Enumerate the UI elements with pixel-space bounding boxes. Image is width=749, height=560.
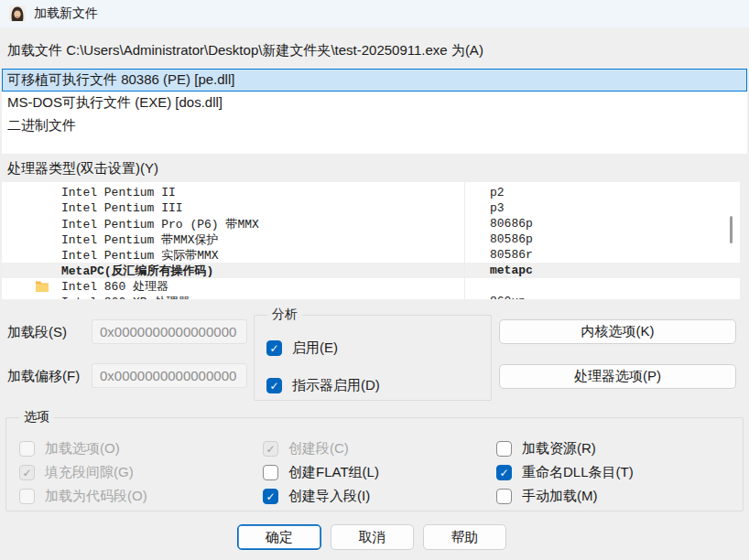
analysis-group: 分析 启用(E) 指示器启用(D) <box>254 315 492 401</box>
checkbox-label: 加载资源(R) <box>522 440 596 458</box>
processor-name: Intel Pentium II <box>2 186 176 199</box>
processor-row[interactable]: Intel Pentium Pro (P6) 带MMX 80686p <box>2 216 740 232</box>
checkbox-loading-options: 加载选项(O) <box>19 440 120 458</box>
processor-id: 80586r <box>490 248 533 262</box>
checkbox-box <box>263 441 278 457</box>
ok-button[interactable]: 确定 <box>237 524 321 550</box>
checkbox-create-import-segment[interactable]: 创建导入段(I) <box>263 488 370 505</box>
checkbox-box <box>496 441 512 457</box>
checkbox-indicator-enabled[interactable]: 指示器启用(D) <box>266 377 380 394</box>
processor-row[interactable]: Intel 860 处理器 <box>2 278 740 294</box>
load-file-prompt: 加载文件 C:\Users\Administrator\Desktop\新建文件… <box>7 42 483 59</box>
checkbox-box <box>263 465 278 480</box>
processor-name: Intel Pentium III <box>2 201 183 215</box>
checkbox-load-resources[interactable]: 加载资源(R) <box>496 440 596 458</box>
processor-list-scrollbar[interactable] <box>730 216 733 243</box>
processor-id: p3 <box>490 201 505 215</box>
checkbox-box <box>266 340 282 356</box>
checkbox-label: 启用(E) <box>292 339 338 357</box>
checkbox-box <box>266 378 282 393</box>
checkbox-fill-segment-gaps: 填充段间隙(G) <box>19 464 134 481</box>
checkbox-box <box>19 489 35 504</box>
processor-name: Intel Pentium 带MMX保护 <box>2 232 219 248</box>
load-segment-input <box>92 319 247 344</box>
folder-icon <box>35 280 49 292</box>
checkbox-label: 加载为代码段(O) <box>45 488 147 505</box>
processor-row[interactable]: Intel Pentium 实际带MMX 80586r <box>2 247 740 263</box>
file-type-option-msdos[interactable]: MS-DOS可执行文件 (EXE) [dos.dll] <box>2 92 747 114</box>
checkbox-load-as-code-segment: 加载为代码段(O) <box>19 488 147 505</box>
processor-id: p2 <box>490 186 505 199</box>
checkbox-label: 指示器启用(D) <box>292 377 380 394</box>
processor-id: 80586p <box>490 232 533 246</box>
processor-id: 80686p <box>490 217 533 231</box>
file-type-listbox[interactable]: 可移植可执行文件 80386 (PE) [pe.dll] MS-DOS可执行文件… <box>2 69 747 154</box>
checkbox-create-flat-group[interactable]: 创建FLAT组(L) <box>263 464 379 481</box>
processor-type-label: 处理器类型(双击设置)(Y) <box>7 160 158 178</box>
checkbox-box <box>496 465 512 480</box>
checkbox-box <box>19 441 35 457</box>
checkbox-manual-load[interactable]: 手动加载(M) <box>496 488 598 505</box>
checkbox-box <box>263 489 278 504</box>
options-group-legend: 选项 <box>19 409 54 425</box>
load-offset-input <box>92 363 247 388</box>
file-type-option-pe[interactable]: 可移植可执行文件 80386 (PE) [pe.dll] <box>2 69 747 92</box>
column-divider <box>464 182 465 299</box>
checkbox-label: 填充段间隙(G) <box>45 464 134 481</box>
processor-id: 860xp <box>490 295 526 299</box>
checkbox-analysis-enabled[interactable]: 启用(E) <box>266 339 338 357</box>
checkbox-label: 创建段(C) <box>288 440 349 458</box>
processor-name: Intel Pentium Pro (P6) 带MMX <box>2 216 259 232</box>
kernel-options-button[interactable]: 内核选项(K) <box>499 319 736 344</box>
checkbox-label: 创建FLAT组(L) <box>288 464 379 481</box>
checkbox-label: 加载选项(O) <box>45 440 120 458</box>
analysis-group-legend: 分析 <box>267 307 302 323</box>
window-title: 加载新文件 <box>34 5 98 22</box>
checkbox-label: 手动加载(M) <box>522 488 598 505</box>
checkbox-box <box>19 465 35 480</box>
checkbox-rename-dll-entries[interactable]: 重命名DLL条目(T) <box>496 464 634 481</box>
options-group: 选项 加载选项(O) 填充段间隙(G) 加载为代码段(O) 创建段(C) 创建F… <box>5 417 744 512</box>
processor-row[interactable]: Intel Pentium II p2 <box>2 185 740 200</box>
title-bar: 加载新文件 <box>0 0 749 27</box>
processor-list[interactable]: Intel Pentium II p2 Intel Pentium III p3… <box>2 182 740 299</box>
processor-name: Intel Pentium 实际带MMX <box>2 247 219 264</box>
processor-row-metapc[interactable]: MetaPC(反汇编所有操作码) metapc <box>2 263 740 278</box>
processor-row[interactable]: Intel Pentium III p3 <box>2 200 740 216</box>
processor-row-partial[interactable]: Intel 860 XP 处理器 860xp <box>2 294 740 299</box>
ida-app-icon <box>9 5 26 22</box>
file-type-option-binary[interactable]: 二进制文件 <box>2 114 747 137</box>
load-segment-label: 加载段(S) <box>7 324 67 341</box>
processor-id: metapc <box>490 264 533 277</box>
processor-name: Intel 860 处理器 <box>2 278 168 295</box>
help-button[interactable]: 帮助 <box>423 524 506 550</box>
checkbox-label: 创建导入段(I) <box>288 488 370 505</box>
checkbox-create-segments: 创建段(C) <box>263 440 349 458</box>
processor-name: Intel 860 XP 处理器 <box>2 294 190 300</box>
processor-row[interactable]: Intel Pentium 带MMX保护 80586p <box>2 232 740 247</box>
processor-options-button[interactable]: 处理器选项(P) <box>499 364 736 389</box>
checkbox-label: 重命名DLL条目(T) <box>522 464 634 481</box>
cancel-button[interactable]: 取消 <box>331 524 414 550</box>
processor-name: MetaPC(反汇编所有操作码) <box>2 263 213 279</box>
load-offset-label: 加载偏移(F) <box>7 368 80 385</box>
checkbox-box <box>496 489 512 504</box>
